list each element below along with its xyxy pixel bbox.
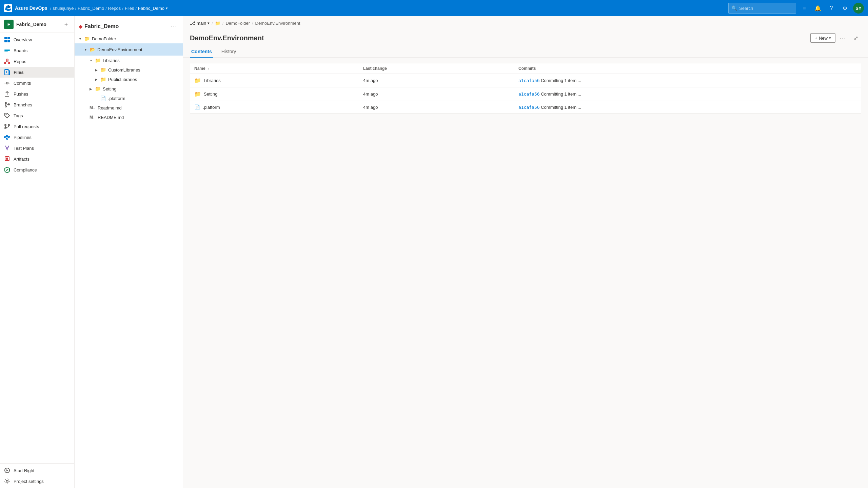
last-change-cell: 4m ago: [359, 87, 514, 101]
sidebar-item-project-settings[interactable]: Project settings: [0, 476, 74, 487]
sidebar-item-start-right-label: Start Right: [14, 468, 34, 473]
new-button[interactable]: + New ▾: [810, 33, 835, 43]
project-info: F Fabric_Demo: [4, 20, 46, 29]
sidebar-item-tags[interactable]: Tags: [0, 110, 74, 121]
commit-hash-link[interactable]: a1cafa56: [518, 105, 540, 110]
chevron-down-icon: ▾: [77, 36, 83, 41]
table-row: 📄 .platform 4m ago a1cafa56 Committing 1…: [190, 101, 861, 114]
sidebar-item-repos[interactable]: Repos: [0, 56, 74, 67]
repo-name: Fabric_Demo: [84, 23, 119, 29]
commit-hash-link[interactable]: a1cafa56: [518, 78, 540, 83]
search-input[interactable]: [739, 6, 793, 11]
tree-item-demoenv[interactable]: ▾ 📂 DemoEnv.Environment ⋯: [75, 43, 183, 56]
sidebar-item-files[interactable]: Files: [0, 67, 74, 78]
tree-item-readme-md-upper[interactable]: ▶ M↓ README.md: [75, 113, 183, 122]
breadcrumb-demofolder[interactable]: DemoFolder: [225, 21, 250, 26]
tree-item-libraries[interactable]: ▾ 📁 Libraries: [75, 56, 183, 65]
sidebar-item-start-right[interactable]: Start Right: [0, 465, 74, 476]
top-navigation: Azure DevOps / shuaijunye / Fabric_Demo …: [0, 0, 868, 16]
sidebar-item-commits[interactable]: Commits: [0, 78, 74, 88]
branch-icon: ⎇: [190, 20, 195, 26]
sidebar-item-pushes-label: Pushes: [14, 92, 28, 97]
sidebar-item-pipelines[interactable]: Pipelines: [0, 132, 74, 143]
row-name[interactable]: Setting: [204, 92, 217, 97]
sidebar-item-artifacts[interactable]: Artifacts: [0, 154, 74, 164]
file-name-cell[interactable]: 📁 Libraries: [190, 74, 359, 87]
sidebar-item-boards[interactable]: Boards: [0, 45, 74, 56]
chevron-right-icon: ▶: [94, 77, 99, 82]
sidebar-item-overview[interactable]: Overview: [0, 34, 74, 45]
commit-message: Committing 1 item ...: [541, 92, 581, 97]
branch-selector[interactable]: ⎇ main ▾: [190, 20, 210, 26]
customize-icon[interactable]: ≡: [799, 3, 810, 14]
sidebar-item-overview-label: Overview: [14, 37, 32, 42]
sidebar-item-branches-label: Branches: [14, 102, 32, 107]
row-name[interactable]: .platform: [203, 105, 220, 110]
tab-history[interactable]: History: [220, 46, 238, 58]
help-icon[interactable]: ?: [826, 3, 837, 14]
sidebar-item-compliance[interactable]: Compliance: [0, 164, 74, 175]
breadcrumb-demoenv[interactable]: DemoEnv.Environment: [255, 21, 300, 26]
avatar[interactable]: SY: [853, 3, 864, 14]
breadcrumb-repos[interactable]: Repos: [108, 6, 121, 11]
sidebar-item-pull-requests[interactable]: Pull requests: [0, 121, 74, 132]
file-name-cell[interactable]: 📁 Setting: [190, 87, 359, 101]
new-chevron-icon[interactable]: ▾: [829, 36, 831, 40]
sidebar-item-files-label: Files: [14, 70, 24, 75]
start-right-icon: [4, 467, 10, 473]
col-name[interactable]: Name ↑: [190, 63, 359, 74]
svg-rect-28: [6, 138, 8, 139]
tree-item-readme-upper-label: README.md: [98, 115, 180, 120]
chevron-right-icon: ▶: [88, 86, 94, 92]
chevron-down-icon[interactable]: ▾: [166, 6, 168, 11]
svg-line-30: [6, 136, 6, 137]
project-name: Fabric_Demo: [16, 22, 46, 27]
svg-rect-4: [4, 49, 10, 49]
file-icon: 📄: [100, 96, 106, 101]
sidebar-item-branches[interactable]: Branches: [0, 99, 74, 110]
file-name-cell[interactable]: 📄 .platform: [190, 101, 359, 114]
svg-point-25: [8, 124, 9, 126]
sidebar-item-test-plans[interactable]: Test Plans: [0, 143, 74, 154]
main-layout: F Fabric_Demo + Overview Boards: [0, 16, 868, 488]
branch-chevron-icon[interactable]: ▾: [208, 21, 210, 25]
tree-item-publiclibraries-label: PublicLibraries: [108, 77, 180, 82]
last-change-cell: 4m ago: [359, 101, 514, 114]
sidebar-item-artifacts-label: Artifacts: [14, 157, 29, 162]
tab-contents[interactable]: Contents: [190, 46, 213, 58]
tree-item-customlibraries[interactable]: ▶ 📁 CustomLibraries: [75, 65, 183, 75]
content-more-button[interactable]: ⋯: [838, 33, 848, 43]
repo-more-button[interactable]: ⋯: [169, 22, 179, 31]
row-name[interactable]: Libraries: [204, 78, 221, 83]
commit-hash-link[interactable]: a1cafa56: [518, 92, 540, 97]
sidebar-item-pushes[interactable]: Pushes: [0, 88, 74, 99]
tree-item-publiclibraries[interactable]: ▶ 📁 PublicLibraries: [75, 75, 183, 84]
file-table: Name ↑ Last change Commits 📁 Libraries: [190, 63, 861, 114]
folder-icon: 📁: [100, 77, 106, 82]
add-project-button[interactable]: +: [62, 20, 70, 28]
content-title: DemoEnv.Environment: [190, 34, 264, 42]
folder-icon: 📁: [84, 36, 90, 41]
tree-item-platform-file[interactable]: ▶ 📄 .platform: [75, 94, 183, 103]
svg-line-32: [8, 136, 8, 137]
pull-requests-icon: [4, 123, 10, 129]
brand-name: Azure DevOps: [15, 5, 47, 11]
tree-item-readme-md[interactable]: ▶ M↓ Readme.md: [75, 103, 183, 113]
tree-item-setting[interactable]: ▶ 📁 Setting: [75, 84, 183, 94]
svg-rect-26: [4, 137, 6, 138]
breadcrumb-org[interactable]: shuaijunye: [53, 6, 74, 11]
svg-point-22: [6, 114, 7, 115]
content-breadcrumb: ⎇ main ▾ / 📁 / DemoFolder / DemoEnv.Envi…: [190, 20, 861, 26]
tree-item-demofolder[interactable]: ▾ 📁 DemoFolder: [75, 34, 183, 43]
brand[interactable]: Azure DevOps: [4, 4, 47, 12]
svg-point-8: [4, 62, 6, 64]
search-box[interactable]: 🔍: [728, 3, 796, 14]
expand-button[interactable]: ⤢: [850, 33, 861, 43]
settings-icon[interactable]: ⚙: [840, 3, 850, 14]
badge-icon[interactable]: 🔔: [812, 3, 823, 14]
content-panel: ⎇ main ▾ / 📁 / DemoFolder / DemoEnv.Envi…: [183, 16, 868, 488]
breadcrumb-project[interactable]: Fabric_Demo: [78, 6, 104, 11]
breadcrumb-files[interactable]: Files: [125, 6, 134, 11]
project-icon: F: [4, 20, 14, 29]
svg-point-37: [6, 480, 8, 482]
